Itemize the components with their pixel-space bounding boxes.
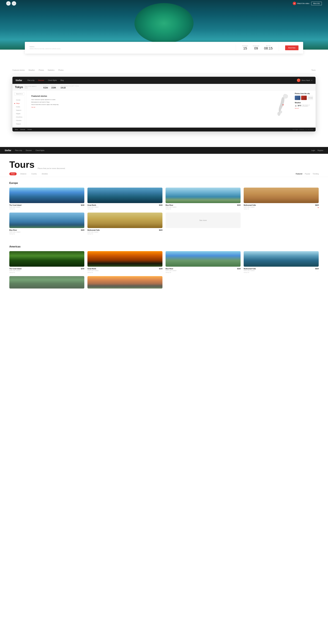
tour-card-falls[interactable]: Multnomah Falls North Lake, Iceland Sold… [244,188,319,210]
footer-tab-shop[interactable]: Shop [15,129,18,130]
footer-tab-estimate[interactable]: Estimate [20,129,25,130]
search-input[interactable] [14,92,24,96]
bottom-spacer [0,295,328,301]
book-now-button[interactable]: Book Now [285,46,298,50]
sidebar-city-osaka[interactable]: Osaka [13,105,25,108]
featured-stories-area: Featured stories How I learned to speak … [29,93,273,125]
heart-btn-road[interactable]: ♡ [161,270,162,272]
tour-card-info-lake: Blue River North Lake, Iceland Sold by T… [166,268,241,273]
photo-thumb-2[interactable] [301,96,307,100]
see-more-card[interactable]: See more [166,212,241,234]
tab-photos[interactable]: Photos [39,69,44,72]
nav-discover[interactable]: Discover [38,80,44,81]
watch-video-button[interactable]: ▶ Watch the video [293,2,309,5]
featured-see-all[interactable]: See all [31,106,270,108]
user-dropdown-icon[interactable]: ▼ [311,80,312,81]
filter-price[interactable]: Price [9,172,17,175]
tour-card-river[interactable]: Blue River North Lake, Iceland Sold by T… [166,188,241,210]
tour-card-mountain[interactable]: Blue River South Lake, Iceland Sold by T… [9,212,84,234]
heart-btn-coral[interactable]: ♡ [83,207,84,209]
sold-by-river: Sold by Tex [166,208,171,210]
heart-btn-desert[interactable]: ♡ [161,232,162,234]
nav-check-flights[interactable]: Check flights [48,80,57,81]
tab-featured-stories[interactable]: Featured stories [13,69,25,72]
city-stats: Population 9.2m Elevation 2194 Japan Sta… [43,86,79,89]
tour-card-desert[interactable]: Multnomah Falls North Lake, Iceland Sold… [87,212,162,234]
tour-card-img-reef [87,188,162,203]
tab-photos-sub[interactable]: Photos [58,69,64,72]
sidebar-city-sendai[interactable]: Sendai [13,98,25,102]
duration-value: 09 [253,46,259,50]
tours-nav-plan[interactable]: Plan a trip [15,150,22,151]
heart-btn-reef[interactable]: ♡ [161,207,162,209]
americas-card-lake[interactable]: Blue River North Lake, Iceland Sold by T… [166,251,241,273]
americas-card-road[interactable]: Great Reefs South Lake, Iceland Sold by … [87,251,162,273]
photo-thumb-1[interactable] [295,96,300,100]
heart-btn-waterfall[interactable]: ♡ [83,270,84,272]
japan-map-svg [273,93,293,118]
tours-nav-register[interactable]: Register [317,150,323,151]
tours-nav-flights[interactable]: Check flights [36,150,44,151]
filter-country[interactable]: Country [30,172,38,175]
next-flight-info: ✈ Next flight Lufthansa Fri, Feb 16:25 [290,129,313,130]
sidebar-city-niigata[interactable]: Niigata [13,112,25,115]
partial-card-1 [9,276,84,288]
next-arrow-button[interactable]: → [12,1,16,6]
tab-tours[interactable]: Tours [311,69,315,72]
sort-trending[interactable]: Trending [313,173,319,175]
story-item-2[interactable]: How to travel like a local in Japan, the… [31,104,270,106]
tours-nav-discover[interactable]: Discover [26,150,32,151]
bottom-partial-row [9,276,319,288]
tour-name-lake: Blue River [166,268,176,270]
nav-plan-trip[interactable]: Plan a trip [28,80,35,81]
tab-weather[interactable]: Weather [29,69,35,72]
heart-btn-falls[interactable]: ♥ [317,207,319,208]
tour-card-info-river: Blue River North Lake, Iceland Sold by T… [166,204,241,210]
sidebar-city-fukuoka[interactable]: Fukuoka [13,119,25,122]
sold-by-road: Sold by Tex [87,272,93,273]
nav-blog[interactable]: Blog [61,80,64,81]
play-icon: ▶ [293,2,296,5]
tours-nav-login[interactable]: Login [311,150,315,151]
stats-bar: Statistics Statistics reflect the travel… [25,42,303,54]
tour-meta-waterfall: Sold by Tex [9,272,22,273]
sold-by-lake: Sold by Tex [166,272,171,273]
weather-see-all[interactable]: See all [295,108,313,109]
sort-popular[interactable]: Popular [305,173,310,175]
story-item-0[interactable]: How I learned to speak Japanese in a wee… [31,99,270,100]
tour-location-road: South Lake, Iceland [87,270,98,271]
tour-card-img-desert [87,212,162,228]
europe-grid-row2: Blue River South Lake, Iceland Sold by T… [9,212,319,234]
sidebar-city-hiroshima[interactable]: Hiroshima [13,115,25,119]
sort-featured[interactable]: Featured [296,173,302,175]
heart-btn-canoe[interactable]: ♡ [317,270,319,272]
sold-by-waterfall: Sold by Tex [9,272,15,273]
tour-card-reef[interactable]: Great Reefs South Lake, Iceland Sold by … [87,188,162,210]
more-info-button[interactable]: More Info [311,2,322,5]
americas-card-waterfall[interactable]: The Coral Island North Lake, Iceland Sol… [9,251,84,273]
heart-btn-lake[interactable]: ♡ [239,270,241,272]
photo-thumb-more[interactable]: + 25 more [307,96,313,100]
tour-meta-mountain: Sold by Tex [9,233,20,234]
heart-btn-mountain[interactable]: ♡ [83,232,84,234]
tour-card-coral[interactable]: The Coral Island North Lake, Iceland Sol… [9,188,84,210]
story-item-1[interactable]: Best places to eat Sushi in Tokyo [31,101,270,103]
prev-arrow-button[interactable]: ← [6,1,11,6]
lake-image [166,251,241,267]
tours-header: Tours Places that you've never discovere… [0,154,328,172]
tab-statistics[interactable]: Statistics [48,69,55,72]
user-avatar [297,78,300,82]
sidebar-city-sapporo[interactable]: Sapporo [13,108,25,112]
filter-distance[interactable]: Distance [19,172,28,175]
heart-btn-river[interactable]: ♡ [239,207,241,209]
americas-card-canoe[interactable]: Multnomah Falls North Lake, Iceland Sold… [244,251,319,273]
sidebar-city-tokyo[interactable]: Tokyo [13,102,25,105]
tour-price-river: $329 [237,204,241,206]
japan-map-area [273,93,293,125]
sidebar-city-nagoya[interactable]: Nagoya [13,122,25,126]
dot-empty [14,100,15,100]
filter-activities[interactable]: Activities [41,172,49,175]
weather-temp: 16°C [297,105,301,106]
footer-tab-frontier[interactable]: Frontier [28,129,32,130]
see-more-placeholder[interactable]: See more [166,212,241,228]
